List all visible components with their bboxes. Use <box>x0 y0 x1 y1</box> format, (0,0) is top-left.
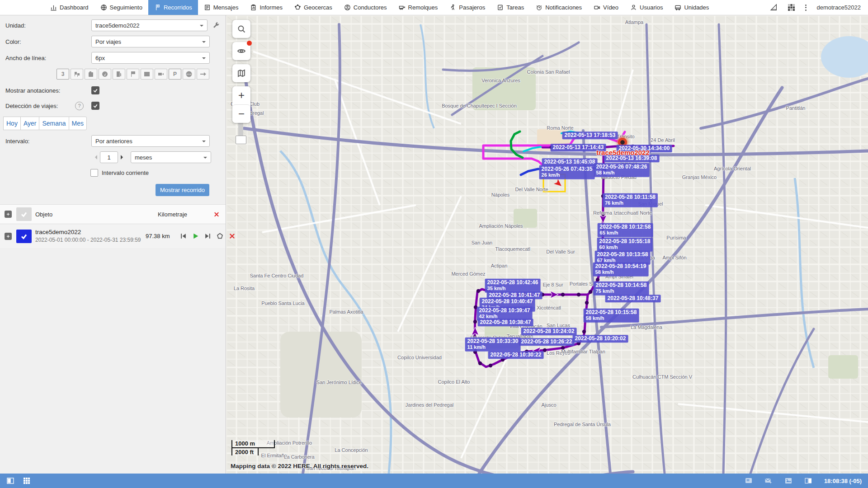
fuel-can-toggle-button[interactable] <box>85 69 97 80</box>
trip-cyan-1 <box>524 147 541 151</box>
track-annotation[interactable]: 2022-05-28 10:42:46 35 km/h <box>485 279 541 293</box>
send-message-icon[interactable] <box>764 477 773 485</box>
map-unit-label[interactable]: trace5demo2022 <box>596 149 650 156</box>
close-all-icon[interactable] <box>212 211 221 218</box>
more-menu-icon[interactable] <box>805 5 807 11</box>
interval-decrement-arrow[interactable] <box>93 155 97 160</box>
track-annotation[interactable]: 2022-05-28 10:24:02 <box>521 328 577 335</box>
track-annotation[interactable]: 2022-05-28 10:15:58 58 km/h <box>584 309 639 323</box>
tab-informes[interactable]: Informes <box>244 0 288 15</box>
tab-remolques[interactable]: Remolques <box>393 0 444 15</box>
parking-toggle-button[interactable]: P <box>169 69 181 80</box>
map-place-label: Del Valle Sur <box>546 249 575 254</box>
tab-dashboard[interactable]: Dashboard <box>44 0 94 15</box>
interval-increment-arrow[interactable] <box>121 155 125 160</box>
zoom-out-button[interactable]: − <box>232 104 250 123</box>
quick-range-button[interactable]: Mes <box>69 117 87 130</box>
camera-toggle-button[interactable] <box>155 69 167 80</box>
track-annotation[interactable]: 2022-05-28 10:26:22 <box>519 338 575 346</box>
skip-start-icon[interactable] <box>179 232 187 240</box>
apps-grid-icon[interactable] <box>788 4 795 11</box>
stop-toggle-button[interactable]: STOP <box>183 69 195 80</box>
track-annotation[interactable]: 2022-05-28 10:55:18 60 km/h <box>597 238 653 252</box>
photo-toggle-button[interactable] <box>141 69 153 80</box>
play-icon[interactable] <box>192 232 199 240</box>
track-annotation[interactable]: 2022-05-28 10:48:37 <box>605 295 661 302</box>
unit-select[interactable]: trace5demo2022 <box>91 19 208 31</box>
show-track-button[interactable]: Mostrar recorrido <box>156 184 209 196</box>
map-place-label: Nápoles <box>491 192 509 197</box>
username[interactable]: demotrace52022 <box>816 4 861 11</box>
track-annotation[interactable]: 2022-05-28 10:20:02 <box>573 335 628 343</box>
panel-toggle-icon[interactable] <box>6 477 14 485</box>
track-visible-checkbox[interactable] <box>16 230 32 243</box>
tab-unidades[interactable]: Unidades <box>669 0 715 15</box>
expand-row-button[interactable] <box>5 233 12 240</box>
map-visibility-button[interactable] <box>232 42 250 60</box>
tab-geocercas[interactable]: Geocercas <box>288 0 338 15</box>
tab-mensajes[interactable]: Mensajes <box>198 0 245 15</box>
interval-type-select[interactable]: Por anteriores <box>91 135 210 147</box>
trip-detection-checkbox[interactable] <box>91 102 99 110</box>
track-annotation[interactable]: 2022-05-28 10:12:58 65 km/h <box>598 223 653 237</box>
track-annotation[interactable]: 2022-05-28 10:30:22 <box>488 351 544 359</box>
track-annotation[interactable]: 2022-05-28 10:14:58 75 km/h <box>594 282 649 296</box>
interval-count-input[interactable]: 1 <box>100 151 118 163</box>
select-all-checkbox[interactable] <box>16 207 32 221</box>
arrow-right-icon <box>199 70 207 78</box>
interval-unit-select[interactable]: meses <box>131 151 211 163</box>
tab-seguimiento[interactable]: Seguimiento <box>94 0 148 15</box>
track-annotation[interactable]: 2022-05-13 17:18:53 <box>562 131 618 139</box>
wrench-icon[interactable] <box>212 21 220 29</box>
line-width-select[interactable]: 6px <box>91 52 210 64</box>
track-annotation[interactable]: 2022-05-28 10:11:58 76 km/h <box>603 193 658 207</box>
track-annotation[interactable]: 2022-05-28 10:38:47 <box>478 319 533 326</box>
quick-range-button[interactable]: Hoy <box>3 117 21 130</box>
zoom-slider-handle[interactable] <box>236 136 246 144</box>
track-row[interactable]: trace5demo2022 2022-05-01 00:00:00 - 202… <box>0 224 226 248</box>
expand-all-button[interactable] <box>5 211 12 218</box>
skip-end-icon[interactable] <box>204 232 212 240</box>
ruler-icon[interactable] <box>770 4 778 11</box>
flag-toggle-button[interactable] <box>127 69 139 80</box>
grid-view-icon[interactable] <box>23 477 31 485</box>
tab-recorridos[interactable]: Recorridos <box>148 0 198 15</box>
track-point <box>476 289 480 293</box>
map-search-button[interactable] <box>232 20 250 38</box>
track-annotation[interactable]: 2022-05-28 10:54:19 58 km/h <box>593 263 649 277</box>
help-icon[interactable]: ? <box>75 102 84 110</box>
map-place-label: Roma Norte <box>547 125 573 131</box>
map-place-label: Bosque de Chapultepec I Sección <box>442 103 517 108</box>
track-annotation[interactable]: 2022-05-26 07:48:26 58 km/h <box>594 163 650 177</box>
quick-range-button[interactable]: Ayer <box>20 117 40 130</box>
geofence-from-track-icon[interactable] <box>216 232 224 240</box>
show-annotations-checkbox[interactable] <box>91 86 99 94</box>
map-place-label: Multifamiliar Tlalpan <box>561 349 605 354</box>
tab-tareas[interactable]: Tareas <box>491 0 530 15</box>
map-canvas[interactable]: Roma NorteTránsito24 De AbrilJamaicaViad… <box>226 15 868 474</box>
events-list-icon[interactable] <box>745 477 753 485</box>
arrow-toggle-button[interactable] <box>197 69 209 80</box>
quick-range-button[interactable]: Semana <box>39 117 69 130</box>
remove-track-icon[interactable] <box>228 232 236 240</box>
gauge-toggle-button[interactable] <box>99 69 111 80</box>
globe-icon <box>100 4 107 11</box>
media-icon[interactable] <box>784 477 793 485</box>
counter-toggle-button[interactable]: 3 <box>57 69 69 80</box>
tab-notificaciones[interactable]: Notificaciones <box>530 0 588 15</box>
app-window: Dashboard Seguimiento Recorridos Mensaje… <box>0 0 868 488</box>
tab-usuarios[interactable]: Usuarios <box>624 0 669 15</box>
tab-label: Tareas <box>506 4 524 11</box>
color-select[interactable]: Por viajes <box>91 36 210 47</box>
fuel-station-toggle-button[interactable] <box>113 69 125 80</box>
zoom-in-button[interactable]: + <box>232 86 250 104</box>
split-view-icon[interactable] <box>804 477 812 485</box>
current-interval-checkbox[interactable] <box>90 169 98 177</box>
flags-toggle-button[interactable] <box>71 69 83 80</box>
map-layers-button[interactable] <box>232 64 250 82</box>
tab-conductores[interactable]: Conductores <box>338 0 393 15</box>
track-annotation[interactable]: 2022-05-28 10:33:30 11 km/h <box>465 338 521 352</box>
track-annotation[interactable]: 2022-05-26 07:43:35 26 km/h <box>539 165 595 179</box>
tab-video[interactable]: Vídeo <box>588 0 624 15</box>
tab-pasajeros[interactable]: Pasajeros <box>443 0 491 15</box>
